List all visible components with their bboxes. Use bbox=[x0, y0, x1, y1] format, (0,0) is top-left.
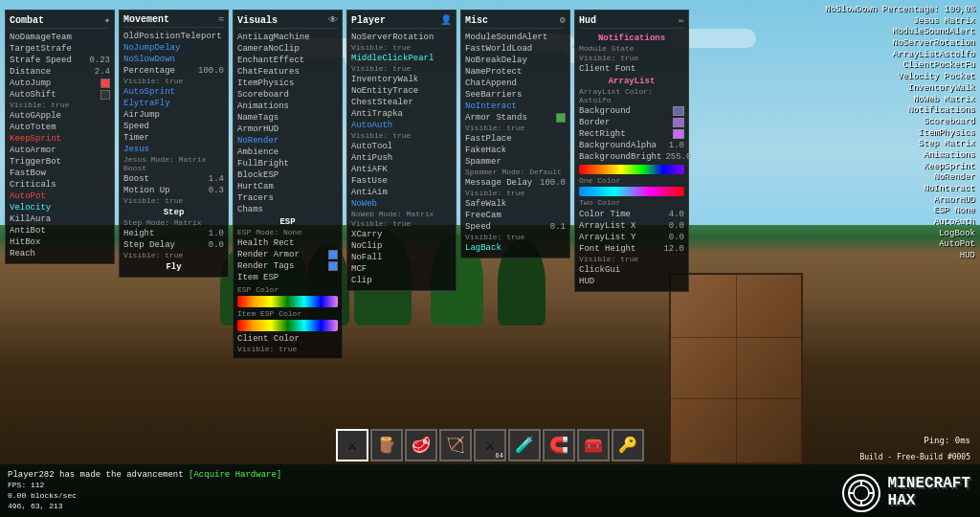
item-nameprotect[interactable]: NameProtect bbox=[465, 66, 566, 78]
item-hitbox[interactable]: HitBox bbox=[10, 236, 110, 248]
item-elytrafly[interactable]: ElytraFly bbox=[123, 98, 224, 109]
item-autojump[interactable]: AutoJump bbox=[10, 78, 110, 89]
item-fastbow[interactable]: FastBow bbox=[10, 168, 110, 179]
item-ambience[interactable]: Ambience bbox=[237, 146, 338, 158]
item-itemphysics[interactable]: ItemPhysics bbox=[237, 78, 338, 89]
item-chatappend[interactable]: ChatAppend bbox=[465, 78, 566, 89]
hotbar-slot-8[interactable]: 🧰 bbox=[577, 429, 610, 461]
item-clientcolor[interactable]: Client Color bbox=[237, 333, 338, 345]
item-tracers[interactable]: Tracers bbox=[237, 192, 338, 204]
item-mcf[interactable]: MCF bbox=[351, 263, 452, 275]
item-killaura[interactable]: KillAura bbox=[10, 214, 110, 225]
item-modulesoundalert[interactable]: ModuleSoundAlert bbox=[465, 32, 566, 43]
item-spammer[interactable]: Spammer bbox=[465, 156, 566, 168]
item-fastplace[interactable]: FastPlace bbox=[465, 133, 566, 145]
item-armorstands[interactable]: Armor Stands bbox=[465, 112, 566, 124]
item-autoarmor[interactable]: AutoArmor bbox=[10, 145, 110, 156]
item-border[interactable]: Border bbox=[579, 117, 684, 128]
item-hud[interactable]: HUD bbox=[579, 276, 684, 287]
item-nobreakdelay[interactable]: NoBreakDelay bbox=[465, 55, 566, 66]
item-norender[interactable]: NoRender bbox=[237, 135, 338, 146]
item-boost[interactable]: Boost 1.4 bbox=[123, 173, 224, 185]
item-strafespeed[interactable]: Strafe Speed 0.23 bbox=[10, 55, 110, 66]
item-velocity[interactable]: Velocity bbox=[10, 202, 110, 214]
item-armorhud[interactable]: ArmorHUD bbox=[237, 124, 338, 135]
item-nodamageteam[interactable]: NoDamageTeam bbox=[10, 32, 110, 43]
item-messagedelay[interactable]: Message Delay 100.0 bbox=[465, 177, 566, 189]
hotbar-slot-6[interactable]: 🧪 bbox=[508, 429, 541, 461]
item-percentage[interactable]: Percentage 100.0 bbox=[123, 65, 224, 77]
item-bgalpha[interactable]: BackgroundAlpha 1.0 bbox=[579, 140, 684, 151]
item-esp-color-bar[interactable] bbox=[237, 320, 338, 331]
item-autototem[interactable]: AutoTotem bbox=[10, 122, 110, 133]
item-clip[interactable]: Clip bbox=[351, 275, 452, 286]
item-noentitytrace[interactable]: NoEntityTrace bbox=[351, 85, 452, 97]
item-stepdelay[interactable]: Step Delay 0.0 bbox=[123, 239, 224, 251]
one-color-bar[interactable] bbox=[579, 165, 684, 174]
item-fastworldload[interactable]: FastWorldLoad bbox=[465, 43, 566, 55]
item-distance[interactable]: Distance 2.4 bbox=[10, 66, 110, 78]
hotbar-slot-9[interactable]: 🔑 bbox=[612, 429, 644, 461]
item-antibot[interactable]: AntiBot bbox=[10, 225, 110, 236]
item-clickgui[interactable]: ClickGui bbox=[579, 264, 684, 276]
item-jesus[interactable]: Jesus bbox=[123, 144, 224, 155]
item-rendertags[interactable]: Render Tags bbox=[237, 260, 338, 272]
item-airjump[interactable]: AirJump bbox=[123, 109, 224, 121]
item-autotool[interactable]: AutoTool bbox=[351, 141, 452, 152]
item-xcarry[interactable]: XCarry bbox=[351, 229, 452, 240]
item-inventorywalk[interactable]: InventoryWalk bbox=[351, 74, 452, 85]
item-motionup[interactable]: Motion Up 0.3 bbox=[123, 185, 224, 196]
item-autoshift[interactable]: AutoShift bbox=[10, 89, 110, 101]
hotbar-slot-1[interactable]: ⚔ bbox=[336, 429, 368, 461]
item-triggerbot[interactable]: TriggerBot bbox=[10, 156, 110, 168]
item-nametags[interactable]: NameTags bbox=[237, 112, 338, 124]
item-middleclickpearl[interactable]: MiddleClickPearl bbox=[351, 53, 452, 64]
item-fullbright[interactable]: FullBright bbox=[237, 158, 338, 169]
item-chams[interactable]: Chams bbox=[237, 204, 338, 215]
two-color-bar[interactable] bbox=[579, 187, 684, 196]
item-antiafk[interactable]: AntiAFK bbox=[351, 164, 452, 175]
item-criticals[interactable]: Criticals bbox=[10, 179, 110, 191]
hotbar-slot-5[interactable]: ⚔ 64 bbox=[474, 429, 506, 461]
item-noweb[interactable]: NoWeb bbox=[351, 198, 452, 210]
item-autogapple[interactable]: AutoGApple bbox=[10, 110, 110, 122]
item-autoauth[interactable]: AutoAuth bbox=[351, 120, 452, 131]
esp-color-bar[interactable] bbox=[237, 296, 338, 307]
item-bgbright[interactable]: BackgroundBright 255.0 bbox=[579, 151, 684, 163]
item-noslowdown[interactable]: NoSlowDown bbox=[123, 54, 224, 65]
item-healthrect[interactable]: Health Rect bbox=[237, 237, 338, 249]
item-autopot[interactable]: AutoPot bbox=[10, 191, 110, 202]
item-arraylisty[interactable]: ArrayList Y 0.0 bbox=[579, 232, 684, 243]
item-seebarriers[interactable]: SeeBarriers bbox=[465, 89, 566, 101]
hotbar-slot-3[interactable]: 🥩 bbox=[405, 429, 437, 461]
item-antipush[interactable]: AntiPush bbox=[351, 152, 452, 164]
item-background[interactable]: Background bbox=[579, 105, 684, 117]
item-antitrapka[interactable]: AntiTrapka bbox=[351, 108, 452, 120]
item-nointeract[interactable]: NoInteract bbox=[465, 101, 566, 112]
item-reach[interactable]: Reach bbox=[10, 248, 110, 259]
item-noclip[interactable]: NoClip bbox=[351, 240, 452, 252]
item-enchanteffect[interactable]: EnchantEffect bbox=[237, 55, 338, 66]
hotbar-slot-7[interactable]: 🧲 bbox=[543, 429, 575, 461]
item-keepsprint[interactable]: KeepSprint bbox=[10, 133, 110, 145]
item-nojumpdelay[interactable]: NoJumpDelay bbox=[123, 42, 224, 54]
item-speed-misc[interactable]: Speed 0.1 bbox=[465, 221, 566, 233]
item-animations[interactable]: Animations bbox=[237, 101, 338, 112]
hotbar-slot-2[interactable]: 🪵 bbox=[370, 429, 403, 461]
item-timer[interactable]: Timer bbox=[123, 132, 224, 144]
item-freecam[interactable]: FreeCam bbox=[465, 210, 566, 221]
item-fastuse[interactable]: FastUse bbox=[351, 175, 452, 187]
item-clientfont[interactable]: Client Font bbox=[579, 63, 684, 75]
item-chatfeatures[interactable]: ChatFeatures bbox=[237, 66, 338, 78]
item-blockesp[interactable]: BlockESP bbox=[237, 169, 338, 181]
item-targetstrafe[interactable]: TargetStrafe bbox=[10, 43, 110, 55]
item-autosprint[interactable]: AutoSprint bbox=[123, 86, 224, 98]
item-cameranoclip[interactable]: CameraNoClip bbox=[237, 43, 338, 55]
item-nofall[interactable]: NoFall bbox=[351, 252, 452, 263]
item-noserverrotation[interactable]: NoServerRotation bbox=[351, 32, 452, 43]
item-rectright[interactable]: RectRight bbox=[579, 128, 684, 140]
item-renderarmor[interactable]: Render Armor bbox=[237, 249, 338, 260]
item-height[interactable]: Height 1.0 bbox=[123, 228, 224, 239]
hotbar-slot-4[interactable]: 🏹 bbox=[439, 429, 472, 461]
item-cheststealer[interactable]: ChestStealer bbox=[351, 97, 452, 108]
